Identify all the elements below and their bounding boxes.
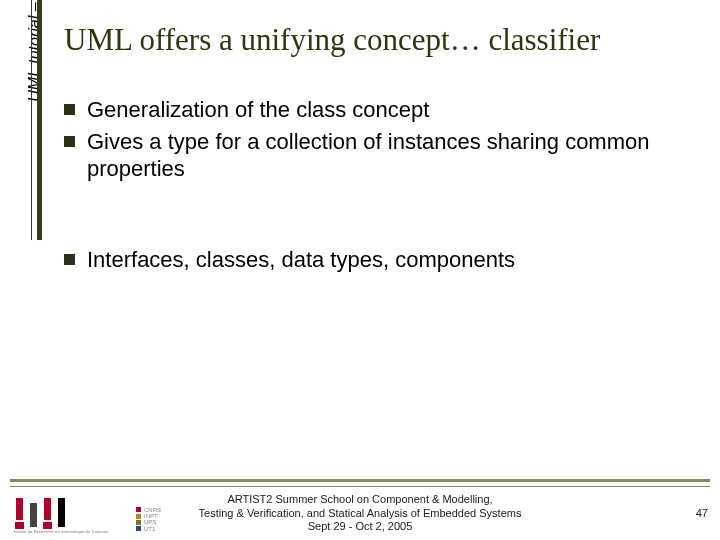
divider-thick: [37, 0, 42, 240]
logo-dot-icon: [43, 522, 52, 529]
footer-line: Testing & Verification, and Statical Ana…: [140, 507, 580, 520]
list-item: Gives a type for a collection of instanc…: [64, 128, 684, 183]
slide: UML tutorial – Ileana Ober UML offers a …: [0, 0, 720, 540]
irit-logo: Institut de Recherche en Informatique de…: [14, 495, 124, 529]
logo-bar-icon: [16, 498, 23, 520]
bullet-text: Interfaces, classes, data types, compone…: [87, 246, 684, 274]
footer-line: Sept 29 - Oct 2, 2005: [140, 520, 580, 533]
list-item: Interfaces, classes, data types, compone…: [64, 246, 684, 274]
list-item: Generalization of the class concept: [64, 96, 684, 124]
footer-rule-thick: [10, 479, 710, 482]
slide-title: UML offers a unifying concept… classifie…: [64, 22, 600, 58]
page-number: 47: [696, 507, 708, 519]
square-bullet-icon: [64, 136, 75, 147]
logo-bar-icon: [30, 503, 37, 527]
bullet-text: Generalization of the class concept: [87, 96, 684, 124]
divider-thin: [31, 0, 32, 240]
footer-line: ARTIST2 Summer School on Component & Mod…: [140, 493, 580, 506]
bullet-list-primary: Generalization of the class concept Give…: [64, 96, 684, 187]
bullet-list-secondary: Interfaces, classes, data types, compone…: [64, 246, 684, 278]
square-bullet-icon: [64, 104, 75, 115]
logo-bar-icon: [44, 498, 51, 520]
footer: Institut de Recherche en Informatique de…: [0, 489, 720, 537]
footer-rule-thin: [10, 486, 710, 488]
footer-text: ARTIST2 Summer School on Component & Mod…: [140, 493, 580, 533]
logo-subtitle: Institut de Recherche en Informatique de…: [14, 529, 108, 534]
square-bullet-icon: [64, 254, 75, 265]
logo-dot-icon: [15, 522, 24, 529]
logo-bar-icon: [58, 498, 65, 527]
bullet-text: Gives a type for a collection of instanc…: [87, 128, 684, 183]
